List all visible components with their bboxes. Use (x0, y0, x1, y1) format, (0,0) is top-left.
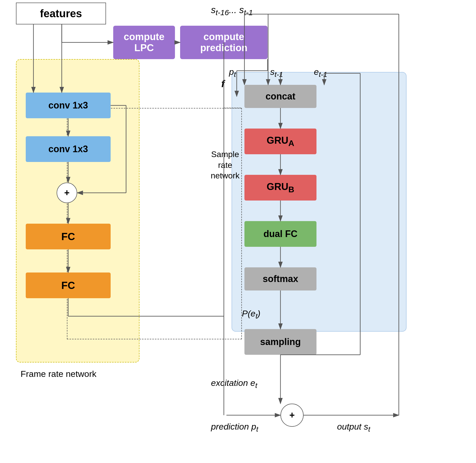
arrows-svg (0, 0, 476, 463)
diagram-container: features compute LPC compute prediction … (0, 0, 476, 463)
